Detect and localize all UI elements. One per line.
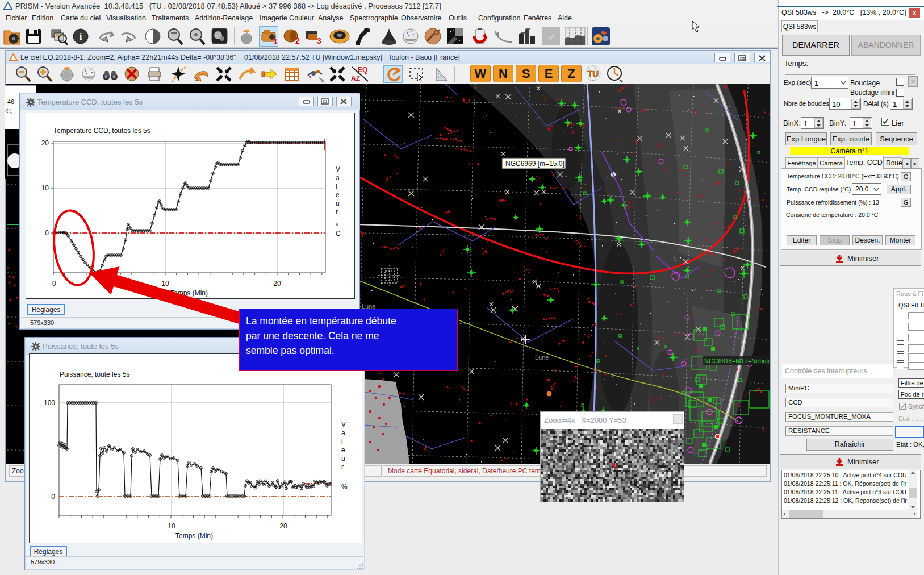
svg-text:3: 3 [317, 36, 321, 45]
svg-text:1: 1 [273, 37, 278, 46]
svg-text:r: r [336, 208, 338, 216]
svg-text:r: r [341, 463, 344, 471]
svg-text:e: e [336, 191, 340, 199]
svg-text:NGC6969 [m=15.0]: NGC6969 [m=15.0] [505, 160, 565, 168]
svg-text:20: 20 [273, 280, 281, 288]
svg-text:V: V [341, 420, 346, 428]
svg-text:Temps (Min): Temps (Min) [170, 289, 208, 297]
svg-text:Lune: Lune [535, 354, 549, 361]
svg-text:20: 20 [279, 522, 287, 530]
svg-text:0: 0 [52, 280, 56, 288]
svg-text:AZ: AZ [351, 74, 360, 82]
svg-text:l: l [341, 438, 343, 445]
svg-text:20: 20 [41, 139, 49, 147]
svg-text:2: 2 [295, 36, 300, 45]
svg-text:°: ° [336, 222, 338, 230]
svg-text:10: 10 [168, 522, 175, 530]
svg-text:l: l [336, 182, 337, 190]
svg-text:0: 0 [51, 493, 55, 501]
svg-text:10: 10 [41, 184, 49, 192]
svg-text:i: i [80, 31, 82, 42]
svg-text:100: 100 [44, 399, 55, 407]
svg-text:0: 0 [45, 229, 49, 237]
svg-text:10: 10 [161, 280, 169, 288]
svg-text:NGC6618=M17=Nebuleu: NGC6618=M17=Nebuleu [704, 357, 770, 364]
svg-text:u: u [341, 455, 345, 463]
svg-text:%: % [341, 483, 348, 491]
svg-text:u: u [336, 199, 340, 207]
svg-text:V: V [336, 165, 340, 173]
svg-text:a: a [341, 429, 345, 437]
svg-text:Puissance, toute les 5s: Puissance, toute les 5s [60, 370, 129, 378]
svg-text:EQ: EQ [358, 66, 367, 74]
svg-text:a: a [336, 174, 340, 182]
svg-text:Temps (Min): Temps (Min) [175, 532, 213, 540]
svg-text:C: C [336, 230, 341, 238]
svg-text:e: e [341, 446, 345, 454]
svg-text:Temperature CCD, toutes les 5s: Temperature CCD, toutes les 5s [53, 127, 150, 135]
svg-text:TU: TU [587, 69, 599, 78]
